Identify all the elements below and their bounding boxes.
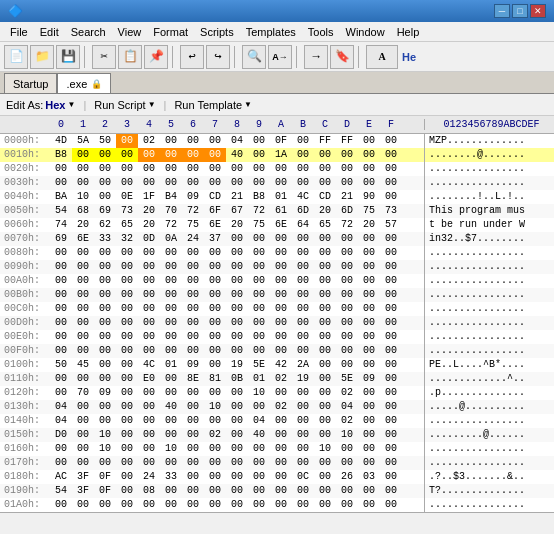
- hex-byte[interactable]: 00: [226, 414, 248, 428]
- hex-byte[interactable]: 00: [226, 442, 248, 456]
- hex-byte[interactable]: 00: [270, 414, 292, 428]
- hex-byte[interactable]: 00: [116, 358, 138, 372]
- table-row[interactable]: 0140h:04000000000000000004000000020000..…: [0, 414, 554, 428]
- hex-byte[interactable]: 00: [182, 134, 204, 148]
- hex-byte[interactable]: 0F: [94, 470, 116, 484]
- hex-byte[interactable]: 10: [160, 442, 182, 456]
- replace-button[interactable]: A→: [268, 45, 292, 69]
- hex-byte[interactable]: 00: [226, 176, 248, 190]
- hex-byte[interactable]: 00: [182, 484, 204, 498]
- hex-byte[interactable]: 00: [94, 456, 116, 470]
- hex-byte[interactable]: 00: [138, 288, 160, 302]
- open-button[interactable]: 📁: [30, 45, 54, 69]
- hex-byte[interactable]: 09: [182, 190, 204, 204]
- hex-byte[interactable]: 00: [380, 274, 402, 288]
- hex-byte[interactable]: 02: [336, 386, 358, 400]
- hex-byte[interactable]: 00: [94, 414, 116, 428]
- hex-byte[interactable]: 40: [160, 400, 182, 414]
- hex-byte[interactable]: 00: [72, 330, 94, 344]
- hex-byte[interactable]: 00: [94, 288, 116, 302]
- hex-byte[interactable]: 00: [314, 358, 336, 372]
- hex-byte[interactable]: E0: [138, 372, 160, 386]
- hex-byte[interactable]: 00: [204, 330, 226, 344]
- hex-byte[interactable]: 00: [72, 456, 94, 470]
- hex-byte[interactable]: 00: [314, 372, 336, 386]
- hex-byte[interactable]: 20: [314, 204, 336, 218]
- hex-byte[interactable]: 00: [160, 148, 182, 162]
- hex-byte[interactable]: 00: [292, 134, 314, 148]
- hex-byte[interactable]: 00: [50, 372, 72, 386]
- tab-exe[interactable]: .exe 🔒: [57, 73, 111, 93]
- hex-byte[interactable]: 6E: [72, 232, 94, 246]
- table-row[interactable]: 0090h:00000000000000000000000000000000..…: [0, 260, 554, 274]
- hex-byte[interactable]: 00: [116, 498, 138, 512]
- hex-byte[interactable]: 00: [358, 484, 380, 498]
- hex-byte[interactable]: 00: [380, 386, 402, 400]
- table-row[interactable]: 0170h:00000000000000000000000000000000..…: [0, 456, 554, 470]
- hex-byte[interactable]: 00: [204, 246, 226, 260]
- hex-byte[interactable]: 54: [50, 204, 72, 218]
- paste-button[interactable]: 📌: [144, 45, 168, 69]
- hex-byte[interactable]: 00: [292, 400, 314, 414]
- hex-byte[interactable]: 00: [226, 288, 248, 302]
- hex-byte[interactable]: 00: [72, 442, 94, 456]
- hex-byte[interactable]: 00: [380, 148, 402, 162]
- hex-byte[interactable]: 00: [380, 302, 402, 316]
- hex-byte[interactable]: 00: [138, 260, 160, 274]
- hex-byte[interactable]: 10: [94, 442, 116, 456]
- hex-byte[interactable]: 00: [50, 302, 72, 316]
- hex-byte[interactable]: 0E: [116, 190, 138, 204]
- hex-byte[interactable]: 00: [138, 428, 160, 442]
- hex-byte[interactable]: 00: [270, 176, 292, 190]
- hex-byte[interactable]: 1F: [138, 190, 160, 204]
- hex-byte[interactable]: 00: [248, 260, 270, 274]
- hex-byte[interactable]: 00: [138, 400, 160, 414]
- hex-byte[interactable]: 00: [358, 162, 380, 176]
- hex-byte[interactable]: 00: [270, 162, 292, 176]
- hex-byte[interactable]: 45: [72, 358, 94, 372]
- table-row[interactable]: 0150h:D0001000000000020040000000100000..…: [0, 428, 554, 442]
- hex-byte[interactable]: 00: [116, 162, 138, 176]
- hex-byte[interactable]: 00: [182, 442, 204, 456]
- hex-byte[interactable]: 00: [182, 428, 204, 442]
- hex-byte[interactable]: 20: [138, 218, 160, 232]
- hex-byte[interactable]: 01: [270, 190, 292, 204]
- hex-byte[interactable]: 00: [50, 456, 72, 470]
- menu-format[interactable]: Format: [147, 24, 194, 40]
- hex-byte[interactable]: 00: [314, 470, 336, 484]
- hex-byte[interactable]: 00: [50, 176, 72, 190]
- hex-byte[interactable]: 00: [116, 260, 138, 274]
- hex-byte[interactable]: 00: [116, 470, 138, 484]
- hex-byte[interactable]: 00: [292, 428, 314, 442]
- hex-byte[interactable]: 00: [336, 456, 358, 470]
- hex-byte[interactable]: 00: [314, 484, 336, 498]
- hex-byte[interactable]: 75: [358, 204, 380, 218]
- hex-byte[interactable]: 00: [72, 400, 94, 414]
- table-row[interactable]: 0180h:AC3F0F00243300000000000C00260300.?…: [0, 470, 554, 484]
- hex-byte[interactable]: 00: [336, 442, 358, 456]
- hex-byte[interactable]: 00: [204, 386, 226, 400]
- hex-byte[interactable]: 00: [380, 134, 402, 148]
- hex-byte[interactable]: 00: [116, 288, 138, 302]
- hex-byte[interactable]: 26: [336, 470, 358, 484]
- hex-byte[interactable]: 00: [204, 176, 226, 190]
- hex-byte[interactable]: 5E: [336, 372, 358, 386]
- hex-byte[interactable]: 00: [314, 414, 336, 428]
- hex-byte[interactable]: 00: [270, 484, 292, 498]
- hex-byte[interactable]: 00: [292, 176, 314, 190]
- hex-byte[interactable]: 33: [94, 232, 116, 246]
- hex-byte[interactable]: 00: [182, 162, 204, 176]
- hex-byte[interactable]: 6F: [204, 204, 226, 218]
- hex-byte[interactable]: 04: [50, 414, 72, 428]
- hex-byte[interactable]: 65: [116, 218, 138, 232]
- hex-byte[interactable]: 00: [292, 498, 314, 512]
- new-button[interactable]: 📄: [4, 45, 28, 69]
- hex-byte[interactable]: 61: [270, 204, 292, 218]
- hex-byte[interactable]: 00: [292, 148, 314, 162]
- hex-byte[interactable]: 00: [292, 484, 314, 498]
- hex-byte[interactable]: 00: [72, 428, 94, 442]
- hex-byte[interactable]: 00: [138, 414, 160, 428]
- hex-byte[interactable]: 00: [270, 288, 292, 302]
- hex-byte[interactable]: 00: [292, 344, 314, 358]
- hex-byte[interactable]: 00: [336, 148, 358, 162]
